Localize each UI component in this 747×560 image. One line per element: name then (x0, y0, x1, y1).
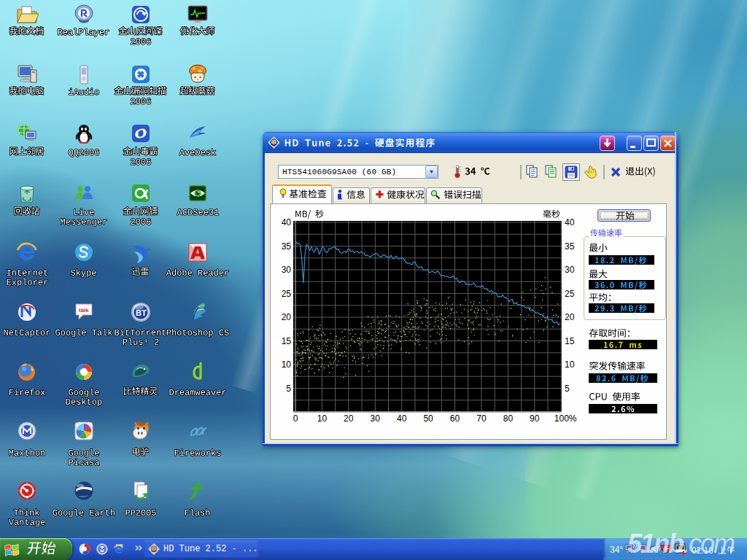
svg-text:15: 15 (282, 336, 292, 346)
svg-text:0: 0 (293, 413, 298, 424)
svg-text:talk: talk (79, 307, 89, 314)
svg-text:35: 35 (565, 241, 575, 252)
svg-text:35: 35 (282, 241, 292, 252)
svg-text:50: 50 (423, 413, 433, 424)
svg-text:25: 25 (282, 289, 292, 299)
svg-text:5: 5 (565, 384, 570, 394)
svg-text:30: 30 (371, 413, 381, 424)
svg-text:10: 10 (282, 359, 292, 370)
svg-text:40: 40 (397, 413, 407, 424)
svg-text:90: 90 (530, 413, 540, 424)
svg-text:10: 10 (565, 359, 575, 370)
svg-text:70: 70 (476, 413, 487, 424)
svg-text:20: 20 (282, 312, 292, 322)
svg-text:80: 80 (503, 413, 514, 424)
svg-text:20: 20 (565, 312, 575, 322)
svg-text:40: 40 (565, 217, 575, 228)
svg-text:10: 10 (317, 413, 328, 424)
svg-text:20: 20 (344, 413, 354, 424)
svg-text:30: 30 (282, 265, 292, 275)
svg-text:5: 5 (286, 384, 291, 394)
svg-text:40: 40 (282, 217, 292, 228)
svg-text:60: 60 (450, 413, 460, 424)
svg-text:15: 15 (565, 336, 575, 346)
svg-text:25: 25 (565, 289, 575, 299)
svg-text:100%: 100% (554, 413, 577, 424)
svg-text:BT: BT (136, 308, 147, 317)
svg-text:30: 30 (565, 265, 575, 275)
